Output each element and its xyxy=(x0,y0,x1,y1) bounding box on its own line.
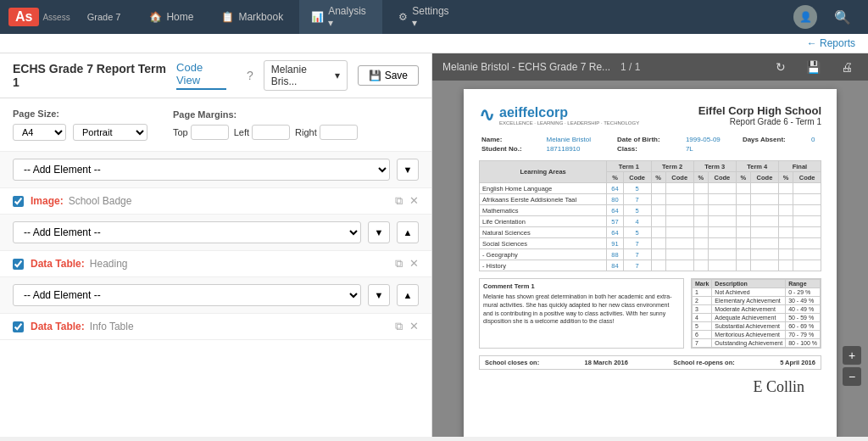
student-no-value: 187118910 xyxy=(543,144,615,154)
image-enabled-checkbox[interactable] xyxy=(13,196,24,207)
logo-text-block: aeiffelcorp EXCELLENCE · LEARNING · LEAD… xyxy=(499,105,639,126)
comment-box: Comment Term 1 Melanie has shown great d… xyxy=(479,278,684,349)
move-down-btn-2[interactable]: ▼ xyxy=(368,221,390,243)
delete-icon[interactable]: ✕ xyxy=(409,194,419,208)
elements-area: -- Add Element -- ▼ Image: School Badge … xyxy=(0,152,431,437)
marks-desc-header: Description xyxy=(712,280,786,288)
signature-area: E Collin xyxy=(479,378,821,396)
orientation-select[interactable]: Portrait Landscape xyxy=(73,124,147,141)
t2-code-header: Code xyxy=(665,172,693,183)
left-margin-group: Left xyxy=(234,125,290,140)
refresh-btn[interactable]: ↻ xyxy=(771,59,791,75)
print-btn[interactable]: 🖨 xyxy=(836,59,858,75)
list-item: 6Meritorious Achievement70 - 79 % xyxy=(693,331,821,339)
datatable-heading-type-label: Data Table: xyxy=(31,258,85,270)
top-label: Top xyxy=(173,127,188,137)
reports-breadcrumb[interactable]: ← Reports xyxy=(807,37,855,49)
table-row: - History 84 7 xyxy=(480,260,821,271)
term3-header: Term 3 xyxy=(693,161,736,172)
add-element-row-3: -- Add Element -- ▼ ▲ xyxy=(0,277,431,314)
table-row: English Home Language 64 5 xyxy=(480,183,821,194)
left-label: Left xyxy=(234,127,249,137)
move-up-btn-2[interactable]: ▲ xyxy=(397,221,419,243)
absent-value: 0 xyxy=(809,135,821,144)
delete-icon-3[interactable]: ✕ xyxy=(409,320,419,333)
image-type-label: Image: xyxy=(31,195,64,207)
datatable-info-element: Data Table: Info Table ⧉ ✕ xyxy=(0,314,431,340)
image-element-header: Image: School Badge ⧉ ✕ xyxy=(0,188,431,214)
image-actions: ⧉ ✕ xyxy=(395,194,419,208)
user-avatar[interactable]: 👤 xyxy=(793,5,817,29)
table-row: Afrikaans Eerste Addisionele Taal 80 7 xyxy=(480,194,821,205)
preview-content[interactable]: ∿ aeiffelcorp EXCELLENCE · LEARNING · LE… xyxy=(432,81,868,437)
delete-icon-2[interactable]: ✕ xyxy=(409,257,419,271)
code-view-tab[interactable]: Code View xyxy=(176,61,226,90)
add-element-select-1[interactable]: -- Add Element -- xyxy=(13,159,390,181)
report-school-name: Eiffel Corp High School Report Grade 6 -… xyxy=(698,104,821,126)
margin-inputs: Top Left Right xyxy=(173,125,358,140)
margin-group: Page Margins: Top Left Right xyxy=(173,109,358,140)
left-margin-input[interactable] xyxy=(252,125,290,140)
final-header: Final xyxy=(778,161,821,172)
datatable-heading-name-label: Heading xyxy=(90,258,128,270)
datatable-heading-checkbox[interactable] xyxy=(13,259,24,270)
app-logo-sub: Assess xyxy=(42,13,70,22)
top-margin-input[interactable] xyxy=(191,125,229,140)
datatable-info-checkbox[interactable] xyxy=(13,321,24,332)
t4-code-header: Code xyxy=(751,172,779,183)
right-margin-input[interactable] xyxy=(320,125,358,140)
copy-icon-3[interactable]: ⧉ xyxy=(395,320,403,333)
markbook-icon: 📋 xyxy=(221,11,234,23)
add-element-select-3[interactable]: -- Add Element -- xyxy=(13,284,361,306)
page-size-select[interactable]: A4 A3 Letter xyxy=(13,124,66,141)
term4-header: Term 4 xyxy=(736,161,778,172)
school-closes-value: 18 March 2016 xyxy=(585,359,628,366)
logo-wave-icon: ∿ xyxy=(479,104,494,126)
school-reopens-label: School re-opens on: xyxy=(673,359,735,366)
list-item: 4Adequate Achievement50 - 59 % xyxy=(693,314,821,322)
datatable-heading-element: Data Table: Heading ⧉ ✕ xyxy=(0,251,431,277)
comment-section: Comment Term 1 Melanie has shown great d… xyxy=(479,278,821,349)
move-down-btn-1[interactable]: ▼ xyxy=(397,159,419,181)
zoom-out-btn[interactable]: − xyxy=(843,367,861,386)
datatable-info-header: Data Table: Info Table ⧉ ✕ xyxy=(0,314,431,339)
help-icon[interactable]: ? xyxy=(247,69,253,82)
copy-icon-2[interactable]: ⧉ xyxy=(395,257,403,271)
search-icon[interactable]: 🔍 xyxy=(826,9,860,25)
nav-items: 🏠 Home 📋 Markbook 📊 Analysis ▾ ⚙ Setting… xyxy=(137,0,465,34)
table-row: Mathematics 64 5 xyxy=(480,205,821,216)
move-down-btn-3[interactable]: ▼ xyxy=(368,284,390,306)
top-margin-group: Top xyxy=(173,125,229,140)
list-item: 2Elementary Achievement30 - 49 % xyxy=(693,297,821,305)
marks-mark-header: Mark xyxy=(693,280,712,288)
learning-areas-header: Learning Areas xyxy=(480,161,607,183)
save-button[interactable]: 💾 Save xyxy=(358,65,419,86)
top-nav: As Assess Grade 7 🏠 Home 📋 Markbook 📊 An… xyxy=(0,0,868,34)
right-panel: Melanie Bristol - ECHS Grade 7 Re... 1 /… xyxy=(432,53,868,437)
absent-label: Days Absent: xyxy=(740,135,809,144)
zoom-in-btn[interactable]: + xyxy=(843,346,861,365)
home-icon: 🏠 xyxy=(149,11,162,23)
image-name-label: School Badge xyxy=(69,195,132,207)
zoom-controls: + − xyxy=(843,346,861,386)
nav-analysis[interactable]: 📊 Analysis ▾ xyxy=(299,0,382,34)
table-row: Life Orientation 57 4 xyxy=(480,216,821,227)
dob-label: Date of Birth: xyxy=(615,135,683,144)
add-element-select-2[interactable]: -- Add Element -- xyxy=(13,221,361,243)
t1-pct-header: % xyxy=(607,172,624,183)
grade-selector[interactable]: Grade 7 xyxy=(87,12,121,22)
list-item: 5Substantial Achievement60 - 69 % xyxy=(693,322,821,331)
download-btn[interactable]: 💾 xyxy=(801,59,826,75)
list-item: 1Not Achieved0 - 29 % xyxy=(693,288,821,297)
move-up-btn-3[interactable]: ▲ xyxy=(397,284,419,306)
grades-table: Learning Areas Term 1 Term 2 Term 3 Term… xyxy=(479,160,821,271)
mark-table: Mark Description Range 1Not Achieved0 - … xyxy=(691,278,821,349)
page-size-label: Page Size: xyxy=(13,109,147,119)
copy-icon[interactable]: ⧉ xyxy=(395,194,403,208)
nav-markbook[interactable]: 📋 Markbook xyxy=(209,0,295,34)
nav-settings[interactable]: ⚙ Settings ▾ xyxy=(387,0,465,34)
student-selector[interactable]: Melanie Bris... ▾ xyxy=(264,60,348,91)
nav-home[interactable]: 🏠 Home xyxy=(137,0,205,34)
table-row: Natural Sciences 64 5 xyxy=(480,227,821,238)
t1-code-header: Code xyxy=(623,172,651,183)
